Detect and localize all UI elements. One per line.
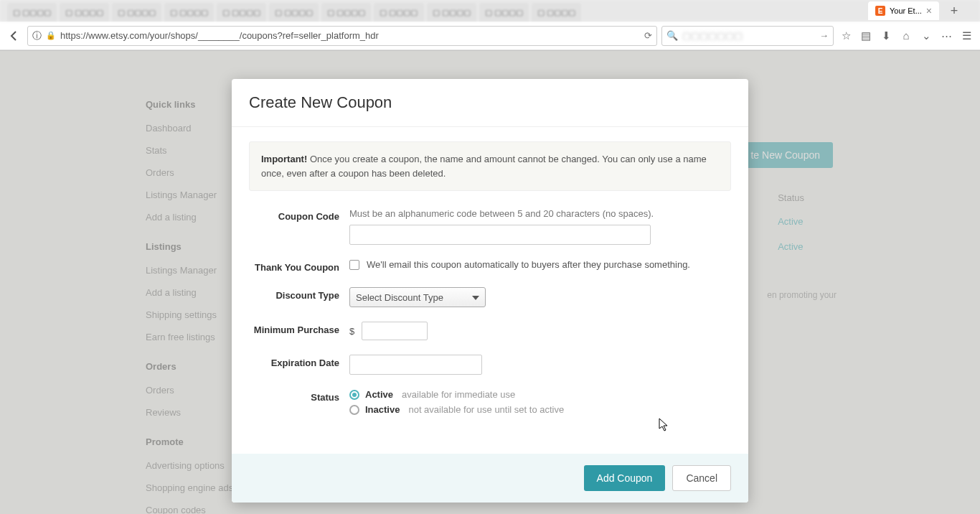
inactive-tab[interactable]: ▢ ▢▢▢▢ [374, 3, 423, 22]
browser-chrome: ▢ ▢▢▢▢ ▢ ▢▢▢▢ ▢ ▢▢▢▢ ▢ ▢▢▢▢ ▢ ▢▢▢▢ ▢ ▢▢▢… [0, 0, 980, 51]
expiration-input[interactable] [349, 355, 482, 375]
currency-symbol: $ [349, 326, 354, 337]
pocket-icon[interactable]: ⌄ [918, 28, 934, 44]
modal-header: Create New Coupon [232, 79, 748, 127]
modal-overlay[interactable]: Create New Coupon Important! Once you cr… [0, 50, 980, 514]
menu-icon[interactable]: ☰ [958, 28, 974, 44]
refresh-icon[interactable]: ⟳ [644, 30, 652, 41]
search-icon: 🔍 [666, 30, 678, 41]
status-label: Status [249, 389, 349, 403]
inactive-tab[interactable]: ▢ ▢▢▢▢ [60, 3, 109, 22]
inactive-tab[interactable]: ▢ ▢▢▢▢ [321, 3, 371, 22]
create-coupon-modal: Create New Coupon Important! Once you cr… [232, 79, 748, 503]
thank-you-label: Thank You Coupon [249, 259, 349, 273]
info-icon: ⓘ [32, 29, 42, 42]
active-tab-title: Your Et... [890, 6, 922, 15]
discount-type-value: Select Discount Type [356, 292, 443, 303]
status-active-name: Active [365, 389, 393, 400]
modal-footer: Add Coupon Cancel [232, 454, 748, 503]
coupon-code-input[interactable] [349, 225, 651, 245]
coupon-code-label: Coupon Code [249, 208, 349, 222]
status-inactive-radio[interactable] [349, 405, 359, 415]
add-coupon-button[interactable]: Add Coupon [584, 465, 666, 491]
inactive-tab[interactable]: ▢ ▢▢▢▢ [7, 3, 57, 22]
discount-type-select[interactable]: Select Discount Type [349, 287, 486, 307]
modal-title: Create New Coupon [249, 93, 731, 112]
status-inactive-name: Inactive [365, 404, 400, 415]
library-icon[interactable]: ▤ [858, 28, 874, 44]
inactive-tab[interactable]: ▢ ▢▢▢▢ [164, 3, 214, 22]
important-notice: Important! Once you create a coupon, the… [249, 141, 731, 191]
inactive-tab[interactable]: ▢ ▢▢▢▢ [269, 3, 319, 22]
inactive-tab[interactable]: ▢ ▢▢▢▢ [532, 3, 581, 22]
coupon-code-hint: Must be an alphanumeric code between 5 a… [349, 208, 731, 219]
new-tab-button[interactable]: + [946, 3, 962, 19]
tab-bar: ▢ ▢▢▢▢ ▢ ▢▢▢▢ ▢ ▢▢▢▢ ▢ ▢▢▢▢ ▢ ▢▢▢▢ ▢ ▢▢▢… [0, 0, 980, 22]
nav-bar: ⓘ 🔒 https://www.etsy.com/your/shops/____… [0, 22, 980, 50]
url-bar[interactable]: ⓘ 🔒 https://www.etsy.com/your/shops/____… [27, 26, 657, 46]
browser-search[interactable]: 🔍 ▢▢▢▢▢▢▢ → [661, 26, 834, 46]
thank-you-checkbox[interactable] [349, 260, 359, 270]
downloads-icon[interactable]: ⬇ [878, 28, 894, 44]
important-text: Once you create a coupon, the name and a… [261, 154, 707, 179]
url-text: https://www.etsy.com/your/shops/________… [60, 30, 379, 41]
important-label: Important! [261, 154, 307, 164]
min-purchase-label: Minimum Purchase [249, 322, 349, 335]
home-icon[interactable]: ⌂ [898, 28, 914, 44]
cancel-button[interactable]: Cancel [672, 465, 731, 491]
inactive-tab[interactable]: ▢ ▢▢▢▢ [479, 3, 529, 22]
back-icon [9, 30, 20, 42]
status-active-hint: available for immediate use [402, 389, 515, 400]
inactive-tab[interactable]: ▢ ▢▢▢▢ [112, 3, 161, 22]
back-button[interactable] [6, 27, 23, 45]
bookmark-icon[interactable]: ☆ [838, 28, 854, 44]
lock-icon: 🔒 [46, 31, 56, 40]
expiration-label: Expiration Date [249, 355, 349, 368]
go-icon[interactable]: → [819, 30, 829, 41]
thank-you-text: We'll email this coupon automatically to… [367, 259, 690, 270]
status-active-radio[interactable] [349, 390, 359, 400]
inactive-tab[interactable]: ▢ ▢▢▢▢ [217, 3, 266, 22]
discount-type-label: Discount Type [249, 287, 349, 301]
active-tab[interactable]: E Your Et... × [868, 1, 939, 20]
inactive-tab[interactable]: ▢ ▢▢▢▢ [427, 3, 476, 22]
status-inactive-hint: not available for use until set to activ… [408, 404, 564, 415]
close-tab-icon[interactable]: × [926, 5, 932, 17]
etsy-favicon-icon: E [875, 6, 885, 16]
min-purchase-input[interactable] [362, 322, 428, 340]
extension-icon[interactable]: ⋯ [938, 28, 954, 44]
modal-body: Important! Once you create a coupon, the… [232, 127, 748, 454]
